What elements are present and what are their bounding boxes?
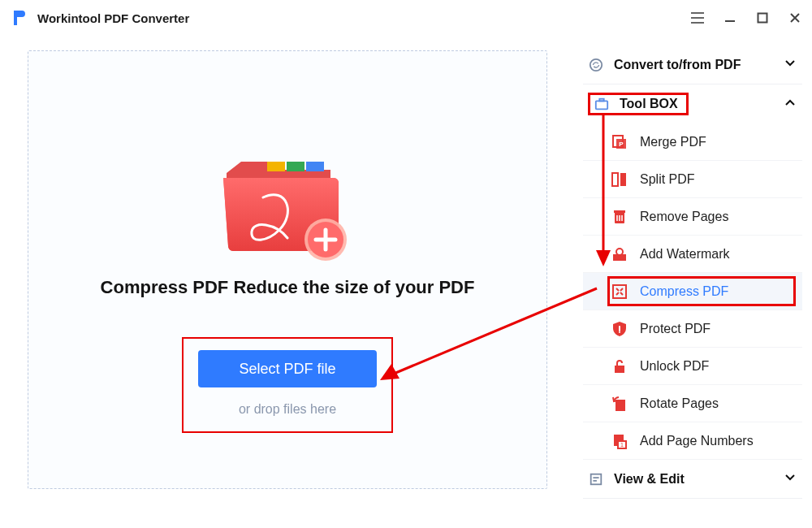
svg-point-6 xyxy=(590,58,602,70)
drop-zone[interactable]: Compress PDF Reduce the size of your PDF… xyxy=(28,50,547,489)
section-toolbox[interactable]: Tool BOX xyxy=(583,84,802,123)
main-panel: Compress PDF Reduce the size of your PDF… xyxy=(10,36,567,518)
section-toolbox-label: Tool BOX xyxy=(620,97,678,111)
svg-rect-18 xyxy=(613,285,626,298)
rotate-icon xyxy=(611,395,628,413)
close-icon[interactable] xyxy=(788,11,802,25)
page-heading: Compress PDF Reduce the size of your PDF xyxy=(101,277,475,298)
tool-rotate-label: Rotate Pages xyxy=(640,396,719,411)
tool-watermark[interactable]: Add Watermark xyxy=(583,236,802,273)
maximize-icon[interactable] xyxy=(755,11,770,25)
remove-pages-icon xyxy=(611,208,628,226)
sidebar: Convert to/from PDF Tool BOX P Merge P xyxy=(583,36,802,518)
svg-text:P: P xyxy=(619,141,624,148)
convert-icon xyxy=(588,58,604,72)
section-view-edit-label: View & Edit xyxy=(614,472,685,487)
chevron-down-icon xyxy=(784,472,796,487)
title-bar: Workintool PDF Converter xyxy=(0,0,812,36)
pagenum-icon: 1 xyxy=(611,432,628,450)
minimize-icon[interactable] xyxy=(723,11,737,25)
svg-rect-24 xyxy=(591,474,602,484)
tool-pagenum-label: Add Page Numbers xyxy=(640,434,754,448)
svg-rect-0 xyxy=(758,14,767,23)
select-pdf-button[interactable]: Select PDF file xyxy=(198,350,377,387)
tool-compress-label: Compress PDF xyxy=(640,284,728,299)
drop-hint-text: or drop files here xyxy=(239,402,336,417)
tool-merge[interactable]: P Merge PDF xyxy=(583,123,802,161)
svg-rect-1 xyxy=(267,162,285,171)
watermark-icon xyxy=(611,245,628,263)
tool-protect[interactable]: Protect PDF xyxy=(583,310,802,348)
tool-compress[interactable]: Compress PDF xyxy=(583,273,802,310)
toolbox-icon xyxy=(594,97,610,111)
tool-remove[interactable]: Remove Pages xyxy=(583,198,802,236)
tool-split[interactable]: Split PDF xyxy=(583,161,802,198)
compress-icon xyxy=(611,283,628,301)
app-logo-icon xyxy=(10,8,29,28)
tool-unlock[interactable]: Unlock PDF xyxy=(583,348,802,385)
svg-text:1: 1 xyxy=(620,442,624,448)
split-icon xyxy=(611,171,628,188)
tool-unlock-label: Unlock PDF xyxy=(640,359,709,374)
svg-rect-15 xyxy=(614,210,625,213)
chevron-down-icon xyxy=(784,58,796,72)
svg-point-17 xyxy=(616,249,623,255)
protect-icon xyxy=(611,320,628,338)
tool-remove-label: Remove Pages xyxy=(640,210,728,224)
section-convert-label: Convert to/from PDF xyxy=(614,58,741,72)
unlock-icon xyxy=(611,357,628,375)
toolbox-list: P Merge PDF Split PDF Remove Pages xyxy=(583,123,802,460)
svg-rect-3 xyxy=(306,162,324,171)
tool-split-label: Split PDF xyxy=(640,172,695,187)
tool-merge-label: Merge PDF xyxy=(640,135,706,149)
app-title: Workintool PDF Converter xyxy=(37,11,690,25)
tool-watermark-label: Add Watermark xyxy=(640,247,730,262)
svg-rect-12 xyxy=(612,173,618,186)
tool-pagenum[interactable]: 1 Add Page Numbers xyxy=(583,422,802,460)
svg-rect-13 xyxy=(620,173,626,186)
window-controls xyxy=(690,11,802,25)
tool-protect-label: Protect PDF xyxy=(640,322,710,336)
svg-rect-7 xyxy=(596,101,607,109)
svg-rect-19 xyxy=(615,366,624,373)
pdf-folder-icon xyxy=(218,149,356,262)
merge-icon: P xyxy=(611,133,628,151)
select-file-group: Select PDF file or drop files here xyxy=(182,337,393,433)
section-convert[interactable]: Convert to/from PDF xyxy=(583,45,802,84)
section-view-edit[interactable]: View & Edit xyxy=(583,460,802,499)
svg-rect-2 xyxy=(287,162,304,171)
menu-icon[interactable] xyxy=(690,11,705,25)
chevron-up-icon xyxy=(784,97,796,111)
svg-rect-8 xyxy=(599,99,603,102)
view-edit-icon xyxy=(588,472,604,487)
tool-rotate[interactable]: Rotate Pages xyxy=(583,385,802,422)
